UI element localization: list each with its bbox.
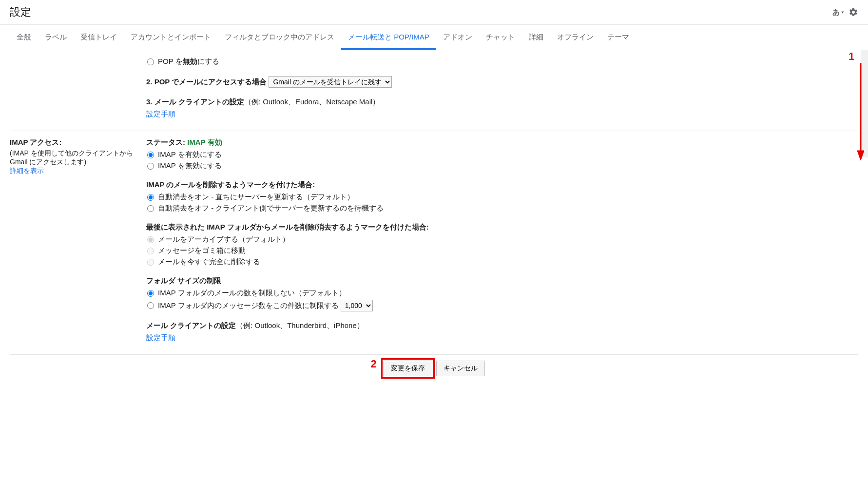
- gear-icon[interactable]: [849, 7, 858, 17]
- pop-disable-radio[interactable]: POP を無効にする: [146, 57, 858, 66]
- tab-chat[interactable]: チャット: [479, 25, 522, 50]
- pop-disable-bold: 無効: [183, 57, 197, 65]
- imap-client-setup-example: （例: Outlook、Thunderbird、iPhone）: [236, 321, 364, 330]
- imap-folder-nolimit-radio[interactable]: IMAP フォルダのメールの数を制限しない（デフォルト）: [146, 289, 858, 298]
- imap-disable-radio[interactable]: IMAP を無効にする: [146, 161, 858, 171]
- tab-themes[interactable]: テーマ: [600, 25, 636, 50]
- radio-input[interactable]: [147, 290, 154, 297]
- imap-expunge-off-label: 自動消去をオフ - クライアント側でサーバーを更新するのを待機する: [158, 204, 384, 213]
- cancel-button[interactable]: キャンセル: [436, 361, 485, 376]
- radio-input[interactable]: [147, 58, 154, 65]
- radio-input[interactable]: [147, 248, 154, 254]
- imap-client-setup-label: メール クライアントの設定: [146, 321, 236, 330]
- imap-last-folder-title: 最後に表示された IMAP フォルダからメールを削除/消去するようマークを付けた…: [146, 223, 429, 232]
- imap-expunge-on-radio[interactable]: 自動消去をオン - 直ちにサーバーを更新する（デフォルト）: [146, 193, 858, 202]
- imap-trash-label: メッセージをゴミ箱に移動: [158, 246, 246, 255]
- imap-section: IMAP アクセス: (IMAP を使用して他のクライアントから Gmail に…: [10, 131, 858, 355]
- header-actions: あ ▼: [832, 7, 858, 17]
- imap-archive-radio[interactable]: メールをアーカイブする（デフォルト）: [146, 235, 858, 244]
- pop-section: POP を無効にする 2. POP でメールにアクセスする場合 Gmail のメ…: [10, 50, 858, 131]
- imap-delete-mark-title: IMAP のメールを削除するようマークを付けた場合:: [146, 180, 315, 190]
- pop-setup-link[interactable]: 設定手順: [146, 110, 175, 119]
- language-selector[interactable]: あ ▼: [832, 8, 845, 17]
- pop-disable-suffix: にする: [197, 57, 219, 65]
- tab-accounts[interactable]: アカウントとインポート: [124, 25, 218, 50]
- imap-folder-nolimit-label: IMAP フォルダのメールの数を制限しない（デフォルト）: [158, 289, 346, 298]
- tab-addons[interactable]: アドオン: [436, 25, 479, 50]
- annotation-number-1: 1: [849, 50, 864, 63]
- tab-general[interactable]: 全般: [10, 25, 38, 50]
- imap-status-value: IMAP 有効: [187, 138, 222, 147]
- imap-folder-size-title: フォルダ サイズの制限: [146, 276, 221, 286]
- pop-access-select[interactable]: Gmail のメールを受信トレイに残す: [269, 76, 392, 88]
- tab-forwarding-pop-imap[interactable]: メール転送と POP/IMAP: [341, 25, 436, 50]
- imap-folder-limit-radio[interactable]: IMAP フォルダ内のメッセージ数をこの件数に制限する 1,000: [146, 300, 858, 311]
- settings-content: 1 POP を無効にする 2. POP でメールにアクセスする場合 Gmail …: [0, 50, 868, 388]
- annotation-arrow-1: 1: [857, 50, 864, 162]
- svg-marker-1: [857, 151, 864, 160]
- radio-input[interactable]: [147, 205, 154, 212]
- tab-labels[interactable]: ラベル: [38, 25, 74, 50]
- tab-offline[interactable]: オフライン: [550, 25, 600, 50]
- radio-input[interactable]: [147, 259, 154, 266]
- pop-step3-example: （例: Outlook、Eudora、Netscape Mail）: [244, 97, 380, 107]
- imap-details-link[interactable]: 詳細を表示: [10, 167, 141, 175]
- radio-input[interactable]: [147, 236, 154, 243]
- tab-inbox[interactable]: 受信トレイ: [74, 25, 124, 50]
- radio-input[interactable]: [147, 163, 154, 170]
- radio-input[interactable]: [147, 194, 154, 201]
- tab-filters[interactable]: フィルタとブロック中のアドレス: [218, 25, 341, 50]
- imap-trash-radio[interactable]: メッセージをゴミ箱に移動: [146, 246, 858, 255]
- imap-folder-limit-label: IMAP フォルダ内のメッセージ数をこの件数に制限する: [158, 301, 339, 310]
- pop-step2-label: 2. POP でメールにアクセスする場合: [146, 77, 267, 87]
- button-row: 2 変更を保存 キャンセル: [10, 355, 858, 388]
- imap-setup-link[interactable]: 設定手順: [146, 333, 175, 343]
- imap-delete-now-label: メールを今すぐ完全に削除する: [158, 257, 260, 267]
- imap-expunge-off-radio[interactable]: 自動消去をオフ - クライアント側でサーバーを更新するのを待機する: [146, 204, 858, 213]
- imap-enable-radio[interactable]: IMAP を有効にする: [146, 150, 858, 159]
- language-label: あ: [832, 8, 840, 17]
- pop-step3-label: 3. メール クライアントの設定: [146, 97, 244, 107]
- pop-disable-prefix: POP を: [158, 57, 183, 65]
- radio-input[interactable]: [147, 152, 154, 158]
- imap-status-label: ステータス:: [146, 138, 185, 147]
- annotation-number-2: 2: [371, 358, 377, 370]
- imap-disable-label: IMAP を無効にする: [158, 161, 222, 171]
- imap-left-title: IMAP アクセス:: [10, 138, 141, 147]
- radio-input[interactable]: [147, 302, 154, 309]
- imap-enable-label: IMAP を有効にする: [158, 150, 222, 159]
- imap-folder-limit-select[interactable]: 1,000: [341, 300, 373, 311]
- imap-archive-label: メールをアーカイブする（デフォルト）: [158, 235, 289, 244]
- imap-left-desc: (IMAP を使用して他のクライアントから Gmail にアクセスします): [10, 149, 141, 167]
- imap-expunge-on-label: 自動消去をオン - 直ちにサーバーを更新する（デフォルト）: [158, 193, 354, 202]
- chevron-down-icon: ▼: [841, 10, 845, 15]
- page-title: 設定: [10, 5, 31, 19]
- settings-tabs: 全般 ラベル 受信トレイ アカウントとインポート フィルタとブロック中のアドレス…: [0, 25, 868, 50]
- save-button[interactable]: 変更を保存: [384, 361, 432, 376]
- header-bar: 設定 あ ▼: [0, 0, 868, 25]
- tab-advanced[interactable]: 詳細: [522, 25, 550, 50]
- imap-delete-now-radio[interactable]: メールを今すぐ完全に削除する: [146, 257, 858, 267]
